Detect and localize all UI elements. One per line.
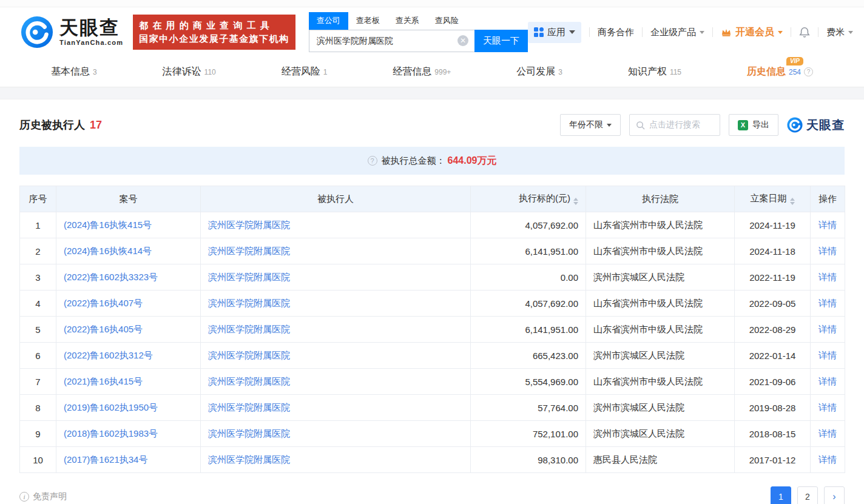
next-page-button[interactable]: ›	[824, 486, 845, 504]
search-scope-tab[interactable]: 查关系	[388, 12, 427, 30]
search-scope-tab[interactable]: 查风险	[427, 12, 467, 30]
disclaimer-link[interactable]: i 免责声明	[19, 491, 67, 502]
detail-link[interactable]: 详情	[818, 246, 837, 256]
case-number-link[interactable]: (2022)鲁16执405号	[64, 324, 143, 334]
sort-icon[interactable]	[573, 198, 578, 205]
col-case: 案号	[56, 186, 201, 212]
table-row: 7 (2021)鲁16执415号 滨州医学院附属医院 5,554,969.00 …	[20, 369, 845, 395]
row-number: 1	[20, 212, 56, 238]
row-number: 9	[20, 421, 56, 447]
search-button[interactable]: 天眼一下	[474, 30, 528, 52]
help-icon[interactable]: ?	[368, 156, 377, 166]
detail-link[interactable]: 详情	[818, 324, 837, 334]
notifications-button[interactable]	[799, 27, 810, 38]
table-row: 6 (2022)鲁1602执312号 滨州医学院附属医院 665,423.00 …	[20, 343, 845, 369]
total-amount-value: 644.09万元	[448, 155, 497, 167]
company-tab[interactable]: 公司发展 3	[516, 66, 562, 78]
execution-amount: 752,101.00	[471, 421, 586, 447]
page-button-1[interactable]: 1	[771, 486, 791, 504]
detail-link[interactable]: 详情	[818, 402, 837, 412]
case-number-link[interactable]: (2024)鲁16执恢415号	[64, 220, 152, 230]
company-tab[interactable]: 经营信息 999+	[393, 66, 451, 78]
executed-person-link[interactable]: 滨州医学院附属医院	[208, 428, 290, 438]
execution-amount: 6,141,951.00	[471, 238, 586, 264]
filing-date: 2018-08-15	[735, 421, 811, 447]
case-number-link[interactable]: (2022)鲁1602执3323号	[64, 272, 158, 282]
case-number-link[interactable]: (2017)鲁1621执34号	[64, 454, 147, 465]
apps-grid-icon	[534, 27, 544, 37]
enterprise-menu[interactable]: 企业级产品	[650, 27, 704, 38]
detail-link[interactable]: 详情	[818, 454, 837, 465]
page-button-2[interactable]: 2	[797, 486, 818, 504]
execution-court: 滨州市滨城区人民法院	[586, 395, 735, 421]
case-number-link[interactable]: (2021)鲁16执415号	[64, 376, 143, 386]
table-search-input[interactable]: 点击进行搜索	[629, 114, 720, 136]
company-tab[interactable]: 法律诉讼 110	[163, 66, 216, 78]
header-nav: 应用 商务合作 企业级产品 开通会员	[528, 22, 853, 43]
table-row: 4 (2022)鲁16执407号 滨州医学院附属医院 4,057,692.00 …	[20, 291, 845, 317]
username: 费米	[826, 27, 845, 38]
chevron-right-icon: ›	[832, 491, 835, 502]
tab-count: 1	[323, 68, 328, 76]
case-number-link[interactable]: (2024)鲁16执恢414号	[64, 246, 152, 256]
tianyancha-logo[interactable]: 天眼查 TianYanCha.com	[21, 16, 123, 49]
execution-amount: 4,057,692.00	[471, 291, 586, 317]
info-icon: i	[19, 492, 29, 502]
tab-label: 经营风险	[282, 66, 320, 78]
col-date[interactable]: 立案日期	[735, 186, 811, 212]
detail-link[interactable]: 详情	[818, 298, 837, 308]
tab-count: 3	[558, 68, 562, 76]
row-number: 8	[20, 395, 56, 421]
filing-date: 2022-11-19	[735, 264, 811, 291]
execution-court: 山东省滨州市中级人民法院	[586, 369, 735, 395]
browser-top-strip	[0, 0, 864, 7]
case-number-link[interactable]: (2022)鲁16执407号	[64, 298, 143, 308]
execution-court: 山东省滨州市中级人民法院	[586, 238, 735, 264]
executed-person-link[interactable]: 滨州医学院附属医院	[208, 220, 290, 230]
case-number-link[interactable]: (2018)鲁1602执1983号	[64, 428, 158, 438]
help-icon[interactable]: ?	[804, 67, 813, 76]
search-scope-tab[interactable]: 查老板	[348, 12, 388, 30]
col-amount[interactable]: 执行标的(元)	[471, 186, 586, 212]
vip-upgrade-menu[interactable]: 开通会员	[721, 26, 783, 39]
user-menu[interactable]: 费米	[826, 27, 853, 38]
apps-menu[interactable]: 应用	[528, 22, 581, 43]
case-number-link[interactable]: (2022)鲁1602执312号	[64, 350, 153, 360]
company-tab[interactable]: 知识产权 115	[628, 66, 681, 78]
total-amount-banner: ? 被执行总金额： 644.09万元	[19, 147, 845, 175]
detail-link[interactable]: 详情	[818, 350, 837, 360]
table-row: 1 (2024)鲁16执恢415号 滨州医学院附属医院 4,057,692.00…	[20, 212, 845, 238]
tab-label: 历史信息	[747, 66, 786, 78]
tab-label: 公司发展	[516, 66, 555, 78]
detail-link[interactable]: 详情	[818, 376, 837, 386]
search-scope-tab[interactable]: 查公司	[309, 12, 348, 30]
tianyancha-logo-icon	[21, 16, 53, 49]
executed-person-link[interactable]: 滨州医学院附属医院	[208, 272, 290, 282]
executed-person-link[interactable]: 滨州医学院附属医院	[208, 350, 290, 360]
detail-link[interactable]: 详情	[818, 272, 837, 282]
detail-link[interactable]: 详情	[818, 220, 837, 230]
company-tab[interactable]: 基本信息 3	[51, 66, 97, 78]
tab-label: 基本信息	[51, 66, 90, 78]
executed-person-link[interactable]: 滨州医学院附属医院	[208, 454, 290, 465]
executed-person-link[interactable]: 滨州医学院附属医院	[208, 324, 290, 334]
executed-person-link[interactable]: 滨州医学院附属医院	[208, 402, 290, 412]
cooperation-link[interactable]: 商务合作	[598, 27, 634, 38]
executed-person-link[interactable]: 滨州医学院附属医院	[208, 246, 290, 256]
executed-person-link[interactable]: 滨州医学院附属医院	[208, 298, 290, 308]
executed-person-link[interactable]: 滨州医学院附属医院	[208, 376, 290, 386]
year-filter-dropdown[interactable]: 年份不限	[560, 114, 621, 136]
company-tab[interactable]: VIP 历史信息 254 ?	[747, 66, 813, 78]
company-tab[interactable]: 经营风险 1	[282, 66, 328, 78]
divider	[589, 27, 590, 37]
search-input[interactable]	[309, 30, 474, 52]
case-number-link[interactable]: (2019)鲁1602执1950号	[64, 402, 158, 412]
main-content: 历史被执行人 17 年份不限 点击进行搜索 X 导出	[0, 114, 864, 504]
export-button[interactable]: X 导出	[729, 114, 778, 136]
tab-count: 115	[670, 68, 681, 76]
sort-icon[interactable]	[790, 198, 795, 205]
detail-link[interactable]: 详情	[818, 428, 837, 438]
tab-count: 999+	[434, 68, 451, 76]
clear-icon[interactable]: ✕	[457, 35, 468, 46]
filing-date: 2019-08-28	[735, 395, 811, 421]
